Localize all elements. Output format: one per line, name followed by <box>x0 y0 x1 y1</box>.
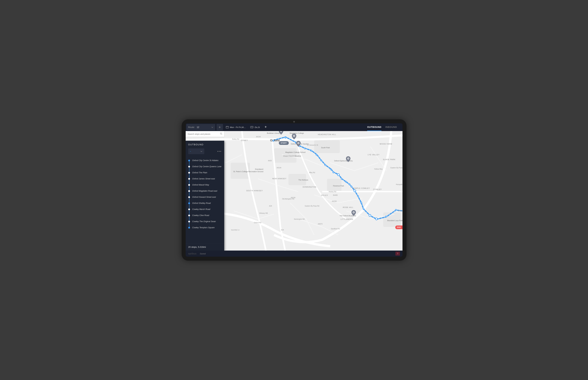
toolbar: Route: 12 Mon - Fri Fri,M… Do,Si <box>186 123 402 131</box>
map-district-label: LITTLEMORE <box>341 218 353 220</box>
route-stop-marker[interactable] <box>304 148 306 149</box>
start-badge: START <box>279 141 289 145</box>
map-pin-icon[interactable] <box>279 131 283 134</box>
end-badge: END <box>395 226 402 229</box>
map-road-label: B4495 <box>333 194 338 196</box>
map-district-label: OSNEY <box>241 139 248 141</box>
route-stop-marker[interactable] <box>351 186 352 188</box>
route-stop-marker[interactable] <box>360 202 362 204</box>
tab-outbound[interactable]: OUTBOUND <box>367 124 381 131</box>
map-district-label: SLADE PARK <box>383 158 396 160</box>
route-stop-marker[interactable] <box>385 215 387 217</box>
more-menu-button[interactable]: ••• <box>217 150 222 153</box>
route-stop-marker[interactable] <box>320 159 322 161</box>
route-stop-marker[interactable] <box>357 195 359 197</box>
stop-item[interactable]: Oxford Manzil Way <box>188 182 222 188</box>
stop-item[interactable]: Cowley Clive Road <box>188 212 222 218</box>
map-road-label: A4074 <box>318 223 322 225</box>
map-road-label: B490 <box>398 210 402 212</box>
stop-dot-icon <box>188 215 190 216</box>
stop-item[interactable]: Oxford Howard Street east <box>188 194 222 200</box>
route-stop-marker[interactable] <box>330 169 332 170</box>
route-stop-marker[interactable] <box>369 214 371 217</box>
stop-item[interactable]: Cowley Templars Square <box>188 225 222 231</box>
add-button[interactable] <box>216 124 223 131</box>
route-stop-marker[interactable] <box>316 154 318 156</box>
svg-point-21 <box>220 133 222 134</box>
vehicle-selector[interactable]: Do,Si <box>249 126 262 129</box>
status-bar: optibus Saved ? <box>186 250 402 257</box>
svg-point-3 <box>252 128 253 128</box>
map-poi-label: Magdalen College School <box>285 151 305 153</box>
map-pin-icon[interactable] <box>346 156 350 162</box>
map-road-label: A4144 <box>256 136 261 138</box>
route-stop-marker[interactable] <box>324 164 326 166</box>
stop-item[interactable]: Oxford Magdalen Road east <box>188 188 222 194</box>
map-pin-icon[interactable] <box>296 141 301 147</box>
stop-name: Oxford Magdalen Road east <box>192 190 217 192</box>
svg-rect-0 <box>226 126 228 128</box>
stop-item[interactable]: Cowley The Original Swan <box>188 218 222 225</box>
stop-item[interactable]: Oxford City Centre St Aldates <box>188 157 222 164</box>
stop-dot-icon <box>188 178 190 180</box>
map-poi-label: St. Peter's College Recreation Ground <box>233 171 264 172</box>
map-pin-icon[interactable] <box>292 134 296 139</box>
stop-list[interactable]: Oxford City Centre St AldatesOxford City… <box>186 156 224 243</box>
stop-name: Oxford Manzil Way <box>192 184 209 186</box>
search-bar <box>186 131 224 137</box>
svg-point-2 <box>251 128 251 128</box>
route-stop-marker[interactable] <box>273 140 274 141</box>
tab-inbound[interactable]: INBOUND <box>385 124 397 131</box>
search-icon[interactable] <box>220 133 222 135</box>
stop-name: Oxford Shelley Road <box>192 202 211 204</box>
vehicle-label: Do,Si <box>255 126 260 129</box>
route-stop-marker[interactable] <box>337 173 340 176</box>
map-pin-icon[interactable] <box>351 210 356 216</box>
stop-item[interactable]: Cowley Marsh Road <box>188 206 222 212</box>
map-road-label: Horspath Rd <box>396 184 402 185</box>
map-road-label: Sandford Rd <box>331 228 340 230</box>
map-district-label: NEW HINKSEY <box>272 178 286 180</box>
map-road-label: A4144 <box>291 197 295 198</box>
stop-item[interactable]: Oxford The Plain <box>188 170 222 176</box>
stop-name: Oxford The Plain <box>192 171 207 174</box>
map-district-label: HEADINGTON HILL <box>318 133 336 135</box>
map-district-label: ROSE HILL <box>343 206 353 208</box>
stop-name: Cowley Marsh Road <box>192 208 210 210</box>
route-selector[interactable]: Route: 12 <box>186 124 215 131</box>
plus-icon <box>219 126 221 128</box>
route-stop-marker[interactable] <box>341 178 342 180</box>
variant-value: - <box>190 150 191 153</box>
map-road-label: Eastern By-Pass Rd <box>305 205 319 207</box>
stop-item[interactable]: Oxford City Centre Queens Lane <box>188 164 222 170</box>
stop-item[interactable]: Oxford James Street east <box>188 176 222 182</box>
map-road-label: A4158 <box>332 200 337 202</box>
search-input[interactable] <box>188 133 219 135</box>
svg-point-20 <box>353 212 354 213</box>
panel-summary: 20 stops, 5.016mi <box>186 243 224 250</box>
schedule-selector[interactable]: Mon - Fri Fri,M… <box>224 126 247 129</box>
route-stop-marker[interactable] <box>345 181 347 183</box>
variant-selector[interactable]: - <box>188 148 204 154</box>
map-road-label: Henley Rd <box>329 191 336 192</box>
stop-name: Cowley Templars Square <box>192 227 215 229</box>
map-road-label: A34 <box>281 229 284 231</box>
stop-item[interactable]: Oxford Shelley Road <box>188 200 222 206</box>
route-stop-marker[interactable] <box>285 137 286 138</box>
map-road-label: Botley Rd <box>232 138 239 140</box>
tool-button[interactable] <box>263 126 268 129</box>
svg-point-18 <box>348 158 349 159</box>
route-stop-marker[interactable] <box>348 183 350 185</box>
help-button[interactable]: ? <box>396 252 400 256</box>
stop-dot-icon <box>188 184 190 186</box>
stop-name: Oxford City Centre Queens Lane <box>192 165 222 168</box>
route-stop-marker[interactable] <box>395 209 397 211</box>
route-stop-marker[interactable] <box>310 150 312 152</box>
map-road-label: Iffley Rd <box>309 172 315 173</box>
route-stop-marker[interactable] <box>354 190 356 192</box>
route-stop-marker[interactable] <box>375 218 378 220</box>
route-stop-marker[interactable] <box>333 171 334 173</box>
route-stop-marker[interactable] <box>362 208 364 209</box>
map-district-label: SOUTH HINKSEY <box>247 190 263 192</box>
map-city-label: Oxford <box>270 139 280 142</box>
